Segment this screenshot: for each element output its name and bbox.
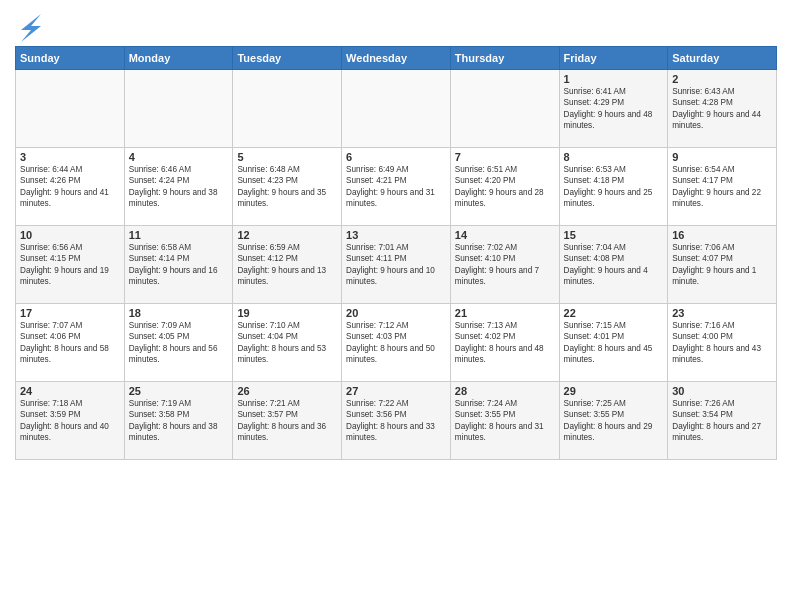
day-cell: 22Sunrise: 7:15 AM Sunset: 4:01 PM Dayli…	[559, 304, 668, 382]
week-row-2: 3Sunrise: 6:44 AM Sunset: 4:26 PM Daylig…	[16, 148, 777, 226]
day-number: 11	[129, 229, 229, 241]
day-cell: 11Sunrise: 6:58 AM Sunset: 4:14 PM Dayli…	[124, 226, 233, 304]
day-cell: 13Sunrise: 7:01 AM Sunset: 4:11 PM Dayli…	[342, 226, 451, 304]
day-number: 23	[672, 307, 772, 319]
day-cell	[342, 70, 451, 148]
day-info: Sunrise: 6:59 AM Sunset: 4:12 PM Dayligh…	[237, 242, 337, 288]
header	[15, 10, 777, 42]
day-cell: 14Sunrise: 7:02 AM Sunset: 4:10 PM Dayli…	[450, 226, 559, 304]
day-number: 13	[346, 229, 446, 241]
day-cell: 20Sunrise: 7:12 AM Sunset: 4:03 PM Dayli…	[342, 304, 451, 382]
logo	[15, 14, 41, 42]
day-number: 20	[346, 307, 446, 319]
day-cell	[124, 70, 233, 148]
day-cell: 1Sunrise: 6:41 AM Sunset: 4:29 PM Daylig…	[559, 70, 668, 148]
day-cell: 2Sunrise: 6:43 AM Sunset: 4:28 PM Daylig…	[668, 70, 777, 148]
day-number: 7	[455, 151, 555, 163]
day-info: Sunrise: 6:53 AM Sunset: 4:18 PM Dayligh…	[564, 164, 664, 210]
day-info: Sunrise: 7:09 AM Sunset: 4:05 PM Dayligh…	[129, 320, 229, 366]
day-number: 27	[346, 385, 446, 397]
week-row-1: 1Sunrise: 6:41 AM Sunset: 4:29 PM Daylig…	[16, 70, 777, 148]
header-cell-monday: Monday	[124, 47, 233, 70]
day-cell: 19Sunrise: 7:10 AM Sunset: 4:04 PM Dayli…	[233, 304, 342, 382]
header-cell-tuesday: Tuesday	[233, 47, 342, 70]
svg-marker-0	[21, 14, 41, 42]
day-number: 17	[20, 307, 120, 319]
day-cell: 5Sunrise: 6:48 AM Sunset: 4:23 PM Daylig…	[233, 148, 342, 226]
day-number: 10	[20, 229, 120, 241]
day-number: 18	[129, 307, 229, 319]
day-info: Sunrise: 7:01 AM Sunset: 4:11 PM Dayligh…	[346, 242, 446, 288]
day-number: 25	[129, 385, 229, 397]
day-info: Sunrise: 7:18 AM Sunset: 3:59 PM Dayligh…	[20, 398, 120, 444]
day-cell: 7Sunrise: 6:51 AM Sunset: 4:20 PM Daylig…	[450, 148, 559, 226]
day-info: Sunrise: 6:54 AM Sunset: 4:17 PM Dayligh…	[672, 164, 772, 210]
day-info: Sunrise: 7:06 AM Sunset: 4:07 PM Dayligh…	[672, 242, 772, 288]
day-info: Sunrise: 7:13 AM Sunset: 4:02 PM Dayligh…	[455, 320, 555, 366]
day-number: 9	[672, 151, 772, 163]
day-number: 1	[564, 73, 664, 85]
day-cell: 8Sunrise: 6:53 AM Sunset: 4:18 PM Daylig…	[559, 148, 668, 226]
day-info: Sunrise: 7:12 AM Sunset: 4:03 PM Dayligh…	[346, 320, 446, 366]
day-cell: 10Sunrise: 6:56 AM Sunset: 4:15 PM Dayli…	[16, 226, 125, 304]
day-number: 12	[237, 229, 337, 241]
header-cell-thursday: Thursday	[450, 47, 559, 70]
day-number: 4	[129, 151, 229, 163]
day-info: Sunrise: 7:02 AM Sunset: 4:10 PM Dayligh…	[455, 242, 555, 288]
day-info: Sunrise: 7:16 AM Sunset: 4:00 PM Dayligh…	[672, 320, 772, 366]
day-number: 24	[20, 385, 120, 397]
day-cell: 26Sunrise: 7:21 AM Sunset: 3:57 PM Dayli…	[233, 382, 342, 460]
week-row-5: 24Sunrise: 7:18 AM Sunset: 3:59 PM Dayli…	[16, 382, 777, 460]
calendar-body: 1Sunrise: 6:41 AM Sunset: 4:29 PM Daylig…	[16, 70, 777, 460]
day-info: Sunrise: 6:48 AM Sunset: 4:23 PM Dayligh…	[237, 164, 337, 210]
day-info: Sunrise: 6:46 AM Sunset: 4:24 PM Dayligh…	[129, 164, 229, 210]
day-cell: 3Sunrise: 6:44 AM Sunset: 4:26 PM Daylig…	[16, 148, 125, 226]
day-cell: 17Sunrise: 7:07 AM Sunset: 4:06 PM Dayli…	[16, 304, 125, 382]
day-number: 16	[672, 229, 772, 241]
calendar-table: SundayMondayTuesdayWednesdayThursdayFrid…	[15, 46, 777, 460]
logo-icon	[17, 14, 41, 42]
day-cell: 4Sunrise: 6:46 AM Sunset: 4:24 PM Daylig…	[124, 148, 233, 226]
day-cell: 15Sunrise: 7:04 AM Sunset: 4:08 PM Dayli…	[559, 226, 668, 304]
day-number: 6	[346, 151, 446, 163]
day-number: 29	[564, 385, 664, 397]
day-info: Sunrise: 6:56 AM Sunset: 4:15 PM Dayligh…	[20, 242, 120, 288]
day-cell: 9Sunrise: 6:54 AM Sunset: 4:17 PM Daylig…	[668, 148, 777, 226]
day-cell: 24Sunrise: 7:18 AM Sunset: 3:59 PM Dayli…	[16, 382, 125, 460]
header-cell-friday: Friday	[559, 47, 668, 70]
day-cell: 12Sunrise: 6:59 AM Sunset: 4:12 PM Dayli…	[233, 226, 342, 304]
day-number: 22	[564, 307, 664, 319]
day-info: Sunrise: 7:25 AM Sunset: 3:55 PM Dayligh…	[564, 398, 664, 444]
day-info: Sunrise: 7:19 AM Sunset: 3:58 PM Dayligh…	[129, 398, 229, 444]
day-number: 26	[237, 385, 337, 397]
header-cell-wednesday: Wednesday	[342, 47, 451, 70]
day-info: Sunrise: 6:41 AM Sunset: 4:29 PM Dayligh…	[564, 86, 664, 132]
day-info: Sunrise: 7:24 AM Sunset: 3:55 PM Dayligh…	[455, 398, 555, 444]
day-info: Sunrise: 7:10 AM Sunset: 4:04 PM Dayligh…	[237, 320, 337, 366]
day-cell	[16, 70, 125, 148]
day-number: 19	[237, 307, 337, 319]
day-cell: 16Sunrise: 7:06 AM Sunset: 4:07 PM Dayli…	[668, 226, 777, 304]
day-number: 30	[672, 385, 772, 397]
day-number: 5	[237, 151, 337, 163]
day-info: Sunrise: 6:43 AM Sunset: 4:28 PM Dayligh…	[672, 86, 772, 132]
day-cell: 25Sunrise: 7:19 AM Sunset: 3:58 PM Dayli…	[124, 382, 233, 460]
day-cell: 6Sunrise: 6:49 AM Sunset: 4:21 PM Daylig…	[342, 148, 451, 226]
day-number: 15	[564, 229, 664, 241]
day-info: Sunrise: 6:49 AM Sunset: 4:21 PM Dayligh…	[346, 164, 446, 210]
day-info: Sunrise: 7:04 AM Sunset: 4:08 PM Dayligh…	[564, 242, 664, 288]
day-cell: 18Sunrise: 7:09 AM Sunset: 4:05 PM Dayli…	[124, 304, 233, 382]
day-number: 28	[455, 385, 555, 397]
day-cell: 29Sunrise: 7:25 AM Sunset: 3:55 PM Dayli…	[559, 382, 668, 460]
page-container: SundayMondayTuesdayWednesdayThursdayFrid…	[0, 0, 792, 465]
day-info: Sunrise: 6:58 AM Sunset: 4:14 PM Dayligh…	[129, 242, 229, 288]
week-row-3: 10Sunrise: 6:56 AM Sunset: 4:15 PM Dayli…	[16, 226, 777, 304]
day-number: 8	[564, 151, 664, 163]
day-cell: 30Sunrise: 7:26 AM Sunset: 3:54 PM Dayli…	[668, 382, 777, 460]
day-info: Sunrise: 7:26 AM Sunset: 3:54 PM Dayligh…	[672, 398, 772, 444]
day-info: Sunrise: 6:44 AM Sunset: 4:26 PM Dayligh…	[20, 164, 120, 210]
header-row: SundayMondayTuesdayWednesdayThursdayFrid…	[16, 47, 777, 70]
day-info: Sunrise: 7:21 AM Sunset: 3:57 PM Dayligh…	[237, 398, 337, 444]
day-number: 3	[20, 151, 120, 163]
calendar-header: SundayMondayTuesdayWednesdayThursdayFrid…	[16, 47, 777, 70]
